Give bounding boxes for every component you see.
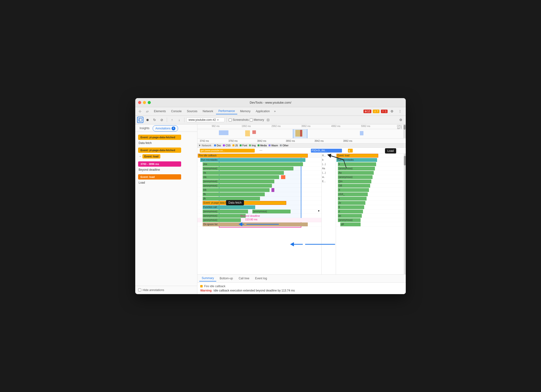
fr-k[interactable]: k (336, 196, 406, 201)
overview-scroll-thumb[interactable] (404, 125, 406, 130)
fr-anon-a[interactable]: (anonymous) (336, 166, 406, 171)
warn-badge[interactable]: ⚠ 7 (373, 110, 379, 113)
fr-event-load[interactable]: Event: load (336, 154, 406, 158)
tab-sources[interactable]: Sources (184, 108, 200, 114)
fr-e[interactable]: E (336, 205, 406, 209)
bottom-tab-call-tree[interactable]: Call tree (236, 275, 252, 281)
flame-row-klb[interactable]: klb (197, 188, 321, 192)
tab-memory[interactable]: Memory (238, 108, 253, 114)
fr-b[interactable]: b (336, 162, 406, 166)
hide-annotations-checkbox[interactable] (138, 288, 141, 291)
ruler-mark-2: 1992 ms (242, 125, 251, 127)
ruler-mark-4: 3992 ms (301, 125, 310, 127)
sidebar-tab-annotations[interactable]: Annotations 4 (153, 125, 178, 132)
reload-button[interactable]: ↻ (151, 117, 158, 123)
record-button[interactable]: ⏺ (144, 117, 151, 123)
device-icon[interactable]: ▱ (144, 108, 150, 114)
right-scrollbar[interactable] (404, 154, 406, 274)
overview-scrollbar[interactable] (403, 124, 406, 138)
bottom-tab-bottom-up[interactable]: Bottom-up (217, 275, 235, 281)
flame-row-fire-idle[interactable]: Fire idle callback (197, 154, 321, 158)
more-rows-icon[interactable]: ⋯ (260, 149, 262, 152)
close-button[interactable] (138, 101, 141, 104)
flame-row-yka[interactable]: yka (197, 162, 321, 166)
timeline-overview[interactable]: 992 ms 1992 ms 2992 ms 3992 ms 4992 ms 5… (197, 124, 406, 139)
flame-row-vla[interactable]: vla (197, 175, 321, 179)
fr-k-block: k (338, 197, 367, 201)
fr-run-micro[interactable]: Run microtasks (336, 158, 406, 162)
fr-pc[interactable]: pc (336, 214, 406, 218)
fr-qm-block: Qm (338, 180, 371, 183)
flame-row-anon-dropdown[interactable]: (anonymous) (anonymous) ▼ (197, 209, 321, 214)
fr-qr-text: qR (340, 223, 345, 226)
minimize-button[interactable] (143, 101, 146, 104)
maximize-button[interactable] (148, 101, 151, 104)
flame-row-run-microtasks[interactable]: Run microtasks (197, 158, 321, 162)
tab-more[interactable]: » (273, 108, 277, 114)
tab-application[interactable]: Application (253, 108, 272, 114)
screenshots-checkbox-label[interactable]: Screenshots (229, 118, 249, 122)
error-badge[interactable]: ⊗ 12 (363, 110, 371, 113)
url-selector[interactable]: www.youtube.com #2 ▼ (186, 117, 225, 122)
network-req-3[interactable]: g (348, 149, 353, 153)
memory-checkbox-label[interactable]: Memory (250, 118, 264, 122)
flame-row-anon-2[interactable]: (anonymous) (197, 179, 321, 184)
tab-performance[interactable]: Performance (216, 108, 237, 114)
right-scroll-thumb[interactable] (404, 156, 406, 165)
flame-row-event-ytpage[interactable]: Event: yt-page-data-fetched (197, 201, 321, 205)
annotation-label-2[interactable]: Event: yt-page-data-fetched (138, 148, 181, 153)
tab-elements[interactable]: Elements (151, 108, 168, 114)
flame-row-jlb[interactable]: jlb (197, 196, 321, 201)
info-badge[interactable]: ⚐ 1 (381, 110, 388, 113)
upload-button[interactable]: ↑ (169, 117, 175, 123)
fr-jv[interactable]: Jv (336, 201, 406, 205)
sidebar-tab-insights[interactable]: Insights (137, 125, 152, 132)
memory-icon-button[interactable]: ⊡ (265, 117, 271, 123)
fr-qr[interactable]: qR (336, 222, 406, 227)
flame-row-anon-3[interactable]: (anonymous) (197, 184, 321, 188)
annotation-label-1[interactable]: Event: yt-page-data-fetched (138, 135, 181, 140)
fr-qm[interactable]: Qm (336, 179, 406, 184)
fr-ri-text: ri (338, 210, 341, 213)
screenshots-checkbox[interactable] (229, 118, 232, 122)
bottom-tab-event-log[interactable]: Event log (253, 275, 269, 281)
tab-network[interactable]: Network (200, 108, 216, 114)
fr-x[interactable]: X (336, 188, 406, 192)
fr-aa[interactable]: Aa (336, 171, 406, 175)
anon-3-block: (anonymous) (203, 184, 272, 188)
dropdown-arrow-2[interactable]: ▼ (318, 210, 320, 212)
settings-icon[interactable]: ⚙ (389, 108, 395, 114)
flame-row-anon-1[interactable]: (anonymous) (197, 166, 321, 171)
network-req-1[interactable]: get (www.youtube.co... (200, 149, 255, 153)
download-button[interactable]: ↓ (176, 117, 182, 123)
fr-gb[interactable]: GB (336, 184, 406, 188)
inspect-icon[interactable]: ⊹ (137, 108, 143, 114)
flame-row-function-call[interactable]: Function call (197, 205, 321, 209)
fr-anon-b[interactable]: (anonymous) (336, 175, 406, 179)
flame-row-flb[interactable]: flb (197, 192, 321, 196)
fr-pc-text: pc (338, 214, 342, 217)
detail-mark-4: 3892 ms (286, 140, 295, 142)
annotation-label-3[interactable]: 3783 - 3896 ms (138, 161, 181, 167)
memory-label: Memory (254, 118, 264, 122)
ruler-mark-6: 5992 ms (361, 125, 370, 127)
more-options-icon[interactable]: ⋮ (397, 108, 403, 114)
fr-b-text: b (338, 163, 341, 165)
annotation-label-4[interactable]: Event: load (138, 174, 181, 180)
tab-console[interactable]: Console (169, 108, 184, 114)
network-req-2[interactable]: PSDnSI_8fd... (311, 149, 342, 153)
flame-row-rla[interactable]: rla (197, 171, 321, 175)
fr-aa-block: Aa (338, 171, 374, 175)
sidebar-toggle-button[interactable] (137, 117, 143, 123)
fr-cgx[interactable]: cGX_ (336, 192, 406, 196)
fr-anon-c[interactable]: (anonymous) (336, 218, 406, 222)
fr-ri[interactable]: ri (336, 209, 406, 214)
toolbar-settings-icon[interactable]: ⚙ (398, 117, 404, 123)
clear-button[interactable]: ⊘ (159, 117, 165, 123)
annotation-link-label[interactable]: Event: load (142, 154, 160, 159)
flame-row-anon-5[interactable]: (anonymous) (197, 218, 321, 222)
doc-dot (214, 144, 216, 146)
memory-checkbox[interactable] (250, 118, 253, 122)
bottom-tab-summary[interactable]: Summary (199, 275, 216, 281)
flame-row-ignore-list[interactable]: On ignore list (197, 222, 321, 227)
